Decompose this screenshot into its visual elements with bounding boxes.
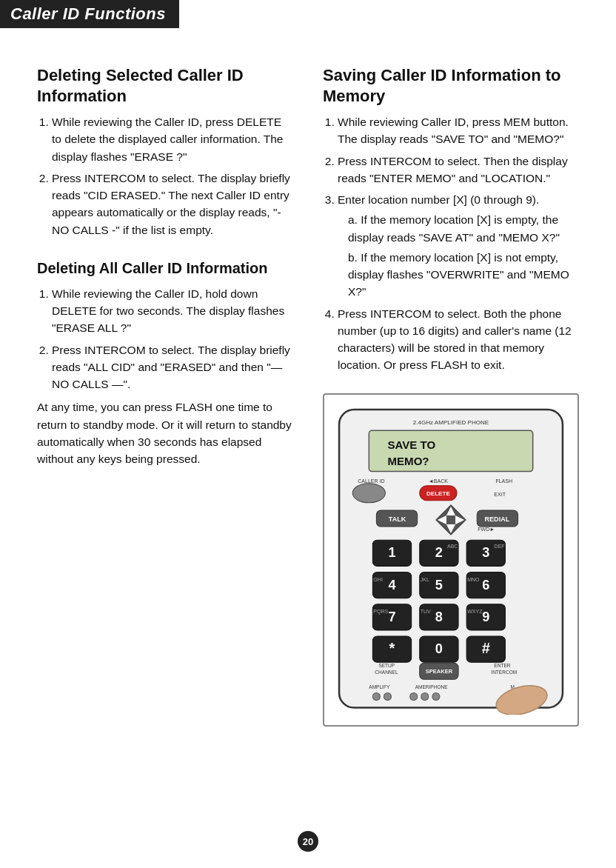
list-item: Press INTERCOM to select. Then the displ…: [338, 153, 579, 187]
svg-point-63: [372, 692, 380, 700]
list-item: Press INTERCOM to select. The display br…: [52, 341, 293, 393]
svg-text:REDIAL: REDIAL: [485, 515, 510, 523]
svg-text:2: 2: [435, 545, 443, 560]
list-item: Press INTERCOM to select. The display br…: [52, 170, 293, 238]
svg-text:SPEAKER: SPEAKER: [426, 668, 453, 675]
svg-text:4: 4: [388, 577, 395, 592]
svg-text:TALK: TALK: [389, 515, 406, 523]
svg-text:DEF: DEF: [494, 544, 505, 549]
svg-text:MEMO?: MEMO?: [387, 454, 429, 467]
svg-text:2.4GHz AMPLIFIED PHONE: 2.4GHz AMPLIFIED PHONE: [413, 419, 489, 426]
svg-text:TUV: TUV: [421, 608, 431, 613]
svg-text:#: #: [482, 640, 490, 656]
section-save-caller-id: Saving Caller ID Information to Memory W…: [323, 65, 579, 374]
svg-text:SAVE TO: SAVE TO: [387, 438, 435, 451]
svg-text:8: 8: [435, 609, 443, 624]
header-bar: Caller ID Functions: [0, 0, 179, 28]
header-title: Caller ID Functions: [10, 4, 166, 23]
svg-point-8: [352, 483, 385, 502]
svg-text:GHI: GHI: [373, 576, 383, 581]
svg-text:FWD►: FWD►: [478, 527, 495, 532]
list-item: Press INTERCOM to select. Both the phone…: [338, 305, 579, 374]
svg-text:3: 3: [482, 545, 489, 560]
list-item-3: Enter location number [X] (0 through 9).…: [338, 191, 579, 301]
list-item: While reviewing Caller ID, press MEM but…: [338, 113, 579, 148]
phone-illustration: 2.4GHz AMPLIFIED PHONE SAVE TO MEMO? CAL…: [323, 393, 579, 727]
svg-point-65: [410, 692, 418, 700]
standby-note: At any time, you can press FLASH one tim…: [37, 398, 293, 467]
section-save-list: While reviewing Caller ID, press MEM but…: [323, 113, 579, 374]
svg-text:SETUP: SETUP: [378, 663, 395, 668]
two-column-layout: Deleting Selected Caller ID Information …: [37, 65, 579, 727]
svg-text:FLASH: FLASH: [495, 478, 512, 483]
svg-text:INTERCOM: INTERCOM: [491, 670, 517, 675]
svg-point-66: [421, 692, 429, 700]
svg-text:EXIT: EXIT: [494, 491, 506, 496]
svg-point-67: [432, 692, 440, 700]
svg-point-64: [384, 692, 391, 700]
phone-svg: 2.4GHz AMPLIFIED PHONE SAVE TO MEMO? CAL…: [332, 402, 570, 715]
svg-text:AMERIPHONE: AMERIPHONE: [415, 684, 449, 690]
sub-list-item-b: b. If the memory location [X] is not emp…: [348, 249, 579, 301]
svg-text:MNO: MNO: [467, 576, 480, 581]
list-item: While reviewing the Caller ID, press DEL…: [52, 113, 293, 165]
section-delete-selected-list: While reviewing the Caller ID, press DEL…: [37, 113, 293, 238]
svg-text:5: 5: [435, 577, 443, 592]
svg-text:PQRS: PQRS: [373, 608, 388, 614]
svg-text:6: 6: [482, 577, 489, 592]
svg-text:ABC: ABC: [447, 544, 458, 549]
sub-list-item-a: a. If the memory location [X] is empty, …: [348, 211, 579, 246]
list-item: While reviewing the Caller ID, hold down…: [52, 285, 293, 337]
svg-text:ENTER: ENTER: [494, 663, 510, 668]
section-save-heading: Saving Caller ID Information to Memory: [323, 65, 579, 106]
svg-text:JKL: JKL: [421, 576, 429, 581]
right-column: Saving Caller ID Information to Memory W…: [323, 65, 579, 727]
svg-text:◄BACK: ◄BACK: [429, 478, 448, 483]
section-delete-all-list: While reviewing the Caller ID, hold down…: [37, 285, 293, 393]
sub-list: a. If the memory location [X] is empty, …: [338, 211, 579, 300]
section-delete-selected: Deleting Selected Caller ID Information …: [37, 65, 293, 238]
svg-text:AMPLIFY: AMPLIFY: [369, 684, 390, 690]
section-delete-selected-heading: Deleting Selected Caller ID Information: [37, 65, 293, 106]
section-delete-all: Deleting All Caller ID Information While…: [37, 259, 293, 468]
svg-text:WXYZ: WXYZ: [467, 608, 483, 613]
svg-text:0: 0: [435, 641, 443, 656]
section-delete-all-heading: Deleting All Caller ID Information: [37, 259, 293, 278]
page-number: 20: [298, 831, 318, 852]
svg-text:7: 7: [388, 609, 395, 624]
svg-text:9: 9: [482, 609, 489, 624]
page-content: Deleting Selected Caller ID Information …: [0, 28, 616, 771]
svg-text:CALLER ID: CALLER ID: [358, 478, 384, 483]
svg-text:*: *: [389, 640, 395, 656]
left-column: Deleting Selected Caller ID Information …: [37, 65, 293, 727]
svg-text:CHANNEL: CHANNEL: [375, 670, 398, 675]
svg-text:1: 1: [388, 545, 395, 560]
svg-text:DELETE: DELETE: [426, 490, 450, 496]
